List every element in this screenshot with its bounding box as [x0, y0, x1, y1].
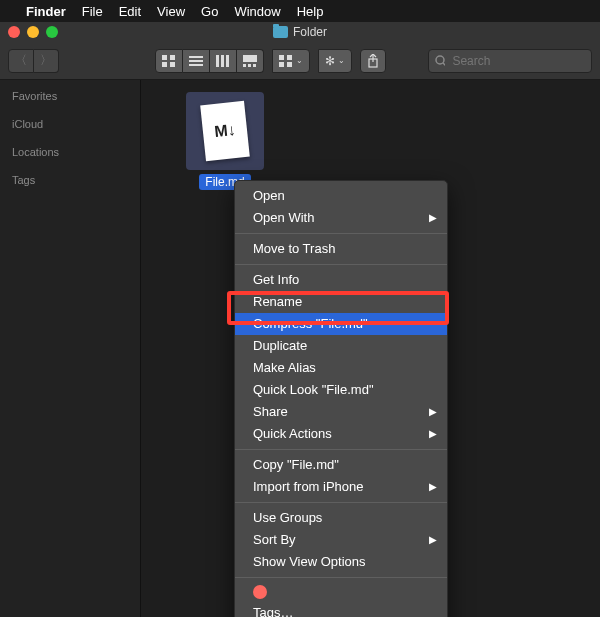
- sidebar-section-tags[interactable]: Tags: [0, 170, 140, 190]
- ctx-label: Move to Trash: [253, 241, 335, 256]
- sidebar-section-icloud[interactable]: iCloud: [0, 114, 140, 134]
- sidebar-section-locations[interactable]: Locations: [0, 142, 140, 162]
- menubar-window[interactable]: Window: [234, 4, 280, 19]
- view-list-button[interactable]: [183, 49, 210, 73]
- ctx-label: Copy "File.md": [253, 457, 339, 472]
- chevron-right-icon: ▶: [429, 531, 437, 549]
- ctx-label: Sort By: [253, 532, 296, 547]
- ctx-label: Show View Options: [253, 554, 366, 569]
- tag-swatch-red[interactable]: [253, 585, 267, 599]
- svg-rect-1: [170, 55, 175, 60]
- svg-rect-3: [170, 62, 175, 67]
- svg-rect-16: [279, 62, 284, 67]
- window-title: Folder: [0, 25, 600, 39]
- ctx-make-alias[interactable]: Make Alias: [235, 357, 447, 379]
- list-icon: [189, 55, 203, 67]
- ctx-quick-look[interactable]: Quick Look "File.md": [235, 379, 447, 401]
- file-thumbnail: M↓: [186, 92, 264, 170]
- svg-rect-5: [189, 60, 203, 62]
- finder-window: Folder 〈 〉 ⌄: [0, 22, 600, 617]
- folder-icon: [273, 26, 288, 38]
- view-icons-button[interactable]: [155, 49, 183, 73]
- svg-rect-14: [279, 55, 284, 60]
- view-gallery-button[interactable]: [237, 49, 264, 73]
- ctx-get-info[interactable]: Get Info: [235, 269, 447, 291]
- group-by: ⌄: [272, 49, 310, 73]
- sidebar: Favorites iCloud Locations Tags: [0, 80, 141, 617]
- minimize-button[interactable]: [27, 26, 39, 38]
- window-title-text: Folder: [293, 25, 327, 39]
- svg-rect-8: [221, 55, 224, 67]
- svg-line-21: [443, 63, 445, 66]
- sidebar-section-favorites[interactable]: Favorites: [0, 86, 140, 106]
- chevron-right-icon: ▶: [429, 478, 437, 496]
- ctx-open[interactable]: Open: [235, 185, 447, 207]
- file-item[interactable]: M↓ File.md: [183, 92, 267, 190]
- search-field[interactable]: [428, 49, 592, 73]
- ctx-label: Get Info: [253, 272, 299, 287]
- ctx-import-iphone[interactable]: Import from iPhone▶: [235, 476, 447, 498]
- menubar-app-name[interactable]: Finder: [26, 4, 66, 19]
- search-input[interactable]: [450, 53, 585, 69]
- menubar-view[interactable]: View: [157, 4, 185, 19]
- ctx-share[interactable]: Share▶: [235, 401, 447, 423]
- ctx-label: Compress "File.md": [253, 316, 368, 331]
- svg-rect-6: [189, 64, 203, 66]
- ctx-rename[interactable]: Rename: [235, 291, 447, 313]
- view-columns-button[interactable]: [210, 49, 237, 73]
- ctx-label: Share: [253, 404, 288, 419]
- back-button[interactable]: 〈: [8, 49, 34, 73]
- ctx-tags[interactable]: Tags…: [235, 602, 447, 617]
- ctx-separator: [235, 449, 447, 450]
- svg-rect-2: [162, 62, 167, 67]
- ctx-label: Open With: [253, 210, 314, 225]
- markdown-file-icon: M↓: [200, 101, 250, 161]
- svg-rect-15: [287, 55, 292, 60]
- ctx-copy[interactable]: Copy "File.md": [235, 454, 447, 476]
- action-menu: ✻ ⌄: [318, 49, 352, 73]
- gear-icon: ✻: [325, 54, 335, 68]
- ctx-label: Make Alias: [253, 360, 316, 375]
- ctx-separator: [235, 502, 447, 503]
- group-by-button[interactable]: ⌄: [272, 49, 310, 73]
- zoom-button[interactable]: [46, 26, 58, 38]
- action-button[interactable]: ✻ ⌄: [318, 49, 352, 73]
- ctx-duplicate[interactable]: Duplicate: [235, 335, 447, 357]
- menubar-help[interactable]: Help: [297, 4, 324, 19]
- svg-rect-12: [248, 64, 251, 67]
- menubar-go[interactable]: Go: [201, 4, 218, 19]
- svg-rect-4: [189, 56, 203, 58]
- ctx-quick-actions[interactable]: Quick Actions▶: [235, 423, 447, 445]
- svg-rect-11: [243, 64, 246, 67]
- chevron-right-icon: ▶: [429, 425, 437, 443]
- ctx-label: Rename: [253, 294, 302, 309]
- ctx-show-view-options[interactable]: Show View Options: [235, 551, 447, 573]
- ctx-separator: [235, 264, 447, 265]
- ctx-open-with[interactable]: Open With▶: [235, 207, 447, 229]
- svg-rect-9: [226, 55, 229, 67]
- ctx-sort-by[interactable]: Sort By▶: [235, 529, 447, 551]
- forward-button[interactable]: 〉: [34, 49, 59, 73]
- chevron-left-icon: 〈: [15, 52, 27, 69]
- ctx-move-to-trash[interactable]: Move to Trash: [235, 238, 447, 260]
- menubar-file[interactable]: File: [82, 4, 103, 19]
- ctx-tag-swatches[interactable]: [235, 582, 447, 602]
- share-icon: [367, 54, 379, 68]
- ctx-compress[interactable]: Compress "File.md": [235, 313, 447, 335]
- close-button[interactable]: [8, 26, 20, 38]
- columns-icon: [216, 55, 230, 67]
- ctx-label: Quick Look "File.md": [253, 382, 374, 397]
- ctx-use-groups[interactable]: Use Groups: [235, 507, 447, 529]
- chevron-right-icon: 〉: [40, 52, 52, 69]
- chevron-right-icon: ▶: [429, 209, 437, 227]
- ctx-label: Use Groups: [253, 510, 322, 525]
- ctx-label: Tags…: [253, 605, 293, 617]
- share-button[interactable]: [360, 49, 386, 73]
- ctx-separator: [235, 233, 447, 234]
- svg-rect-10: [243, 55, 257, 62]
- ctx-label: Duplicate: [253, 338, 307, 353]
- menubar-edit[interactable]: Edit: [119, 4, 141, 19]
- grid-icon: [162, 55, 176, 67]
- chevron-down-icon: ⌄: [296, 56, 303, 65]
- svg-rect-17: [287, 62, 292, 67]
